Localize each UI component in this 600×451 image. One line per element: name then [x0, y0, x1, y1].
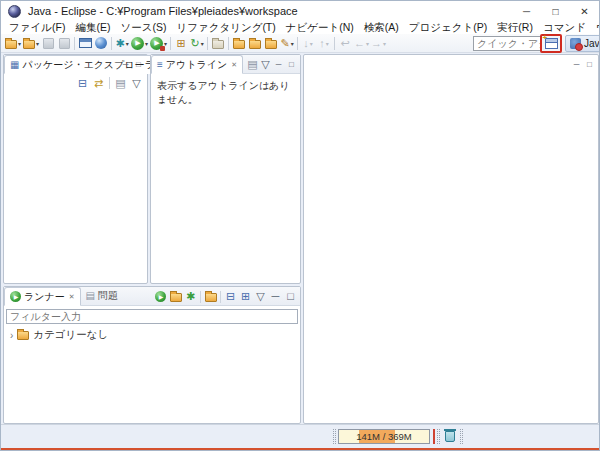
annotation-icon[interactable]: ✎▾ [279, 35, 295, 52]
heap-status-widget: 141M / 369M [331, 429, 465, 444]
run-configurations-icon[interactable]: ▶ [153, 289, 168, 305]
open-file-icon [265, 40, 277, 49]
back-icon[interactable]: ←▾ [353, 35, 370, 52]
java-perspective-button[interactable]: Java [565, 35, 600, 52]
chevron-down-icon[interactable]: ▾ [18, 40, 21, 47]
save-all-icon[interactable] [56, 35, 72, 52]
expand-all-icon[interactable]: ⊞ [238, 289, 253, 305]
close-icon[interactable]: ✕ [69, 293, 75, 301]
collapse-all-icon[interactable]: ⊟ [75, 75, 90, 91]
menu-item-6[interactable]: プロジェクト(P) [404, 21, 492, 34]
collapse-all-icon[interactable]: ⊟ [223, 289, 238, 305]
coverage-icon[interactable]: ↻▾ [189, 35, 205, 52]
tab-problems[interactable]: ▤ 問題 [81, 286, 123, 305]
open-file-icon[interactable] [263, 35, 279, 52]
profile-configurations-icon[interactable]: ✱ [183, 289, 198, 305]
runner-filter-input[interactable] [6, 309, 298, 324]
chevron-down-icon[interactable]: ▾ [36, 40, 39, 47]
chevron-down-icon[interactable]: ▾ [310, 40, 313, 47]
new-category-icon[interactable] [203, 289, 218, 305]
previous-annotation-icon[interactable]: ↑▾ [316, 35, 332, 52]
chevron-down-icon[interactable]: ▾ [145, 40, 148, 47]
minimize-view-icon[interactable]: ─ [119, 57, 132, 72]
menu-item-9[interactable]: ウィンドウ(W) [591, 21, 600, 34]
maximize-view-icon[interactable]: □ [583, 57, 596, 72]
debug-configurations-icon[interactable] [168, 289, 183, 305]
save-icon [43, 38, 54, 49]
open-task-icon[interactable] [210, 35, 226, 52]
chevron-down-icon[interactable]: ▾ [126, 40, 129, 47]
toolbar-separator [170, 37, 171, 50]
open-perspective-icon[interactable] [545, 38, 558, 49]
minimize-view-icon[interactable]: ─ [570, 57, 583, 72]
debug-icon[interactable]: ✱▾ [114, 35, 130, 52]
drag-handle[interactable] [437, 429, 440, 444]
run-icon[interactable]: ▶▾ [130, 35, 149, 52]
chevron-down-icon[interactable]: ▾ [201, 40, 204, 47]
titlebar: Java - Eclipse - C:¥Program Files¥pleiad… [1, 1, 599, 21]
chevron-down-icon[interactable]: ▾ [291, 40, 294, 47]
menu-item-5[interactable]: 検索(A) [359, 21, 404, 34]
debug-configurations-icon [170, 293, 182, 302]
forward-icon[interactable]: →▾ [370, 35, 387, 52]
view-menu-icon[interactable]: ▽ [259, 57, 272, 72]
web-browser-icon[interactable] [93, 35, 109, 52]
menu-item-1[interactable]: 編集(E) [70, 21, 115, 34]
heap-usage-text: 141M / 369M [339, 430, 429, 443]
save-icon[interactable] [40, 35, 56, 52]
chevron-right-icon[interactable]: › [10, 330, 13, 341]
menu-item-7[interactable]: 実行(R) [492, 21, 538, 34]
chevron-down-icon[interactable]: ▾ [383, 40, 386, 47]
editor-header: ─□ [304, 55, 598, 71]
new-wizard-icon[interactable]: ▾ [4, 35, 22, 52]
minimize-button[interactable]: ─ [512, 1, 541, 21]
open-console-icon[interactable] [77, 35, 93, 52]
drag-handle[interactable] [460, 429, 463, 444]
open-resource-icon[interactable] [231, 35, 247, 52]
run-icon: ▶ [131, 37, 144, 50]
minimize-view-icon[interactable]: ─ [268, 289, 283, 305]
tree-item-no-category[interactable]: › カテゴリーなし [4, 324, 300, 342]
next-annotation-icon[interactable]: ↓▾ [300, 35, 316, 52]
chevron-down-icon[interactable]: ▾ [326, 40, 329, 47]
tab-outline[interactable]: ≡ アウトライン ✕ [151, 55, 243, 74]
filters-icon[interactable]: ▤ [246, 57, 259, 72]
editor-area[interactable]: ─□ [303, 54, 599, 424]
garbage-collect-icon[interactable] [445, 431, 455, 442]
focus-on-task-icon[interactable]: ▤ [113, 75, 128, 91]
view-menu-icon[interactable]: ▽ [129, 75, 144, 91]
external-tools-icon[interactable]: ▶▾ [149, 35, 168, 52]
open-type-icon[interactable]: ⊞ [173, 35, 189, 52]
bottom-accent-strip [1, 448, 599, 450]
save-all-icon [59, 38, 70, 49]
open-resource-icon [233, 40, 245, 49]
open-package-icon[interactable] [247, 35, 263, 52]
menu-item-0[interactable]: ファイル(F) [4, 21, 70, 34]
menu-item-3[interactable]: リファクタリング(T) [171, 21, 280, 34]
tab-runner[interactable]: ▶ ランナー ✕ [4, 287, 81, 306]
annotation-highlight-box [540, 34, 562, 53]
toolbar-separator [200, 291, 201, 303]
menu-item-2[interactable]: ソース(S) [115, 21, 171, 34]
link-with-editor-icon[interactable]: ⇄ [91, 75, 106, 91]
maximize-view-icon[interactable]: □ [285, 57, 298, 72]
toolbar-separator [220, 291, 221, 303]
menu-item-4[interactable]: ナビゲート(N) [281, 21, 359, 34]
menubar: ファイル(F)編集(E)ソース(S)リファクタリング(T)ナビゲート(N)検索(… [1, 21, 599, 34]
maximize-view-icon[interactable]: □ [283, 289, 298, 305]
drag-handle[interactable] [333, 429, 336, 444]
last-edit-location-icon[interactable]: ↩ [337, 35, 353, 52]
outline-view: ≡ アウトライン ✕ ▤▽─□ 表示するアウトラインはありません。 [150, 54, 301, 284]
close-button[interactable]: ✕ [570, 1, 599, 21]
toolbar-separator [74, 37, 75, 50]
run-configurations-icon: ▶ [155, 291, 166, 302]
new-java-project-icon[interactable]: ▾ [22, 35, 40, 52]
maximize-button[interactable]: □ [541, 1, 570, 21]
package-explorer-header: ▦ パッケージ・エクスプローラー ✕ ─□ [4, 55, 147, 74]
minimize-view-icon[interactable]: ─ [272, 57, 285, 72]
maximize-view-icon[interactable]: □ [132, 57, 145, 72]
new-wizard-icon [5, 40, 17, 49]
chevron-down-icon[interactable]: ▾ [366, 40, 369, 47]
view-menu-icon[interactable]: ▽ [253, 289, 268, 305]
close-icon[interactable]: ✕ [231, 61, 237, 69]
